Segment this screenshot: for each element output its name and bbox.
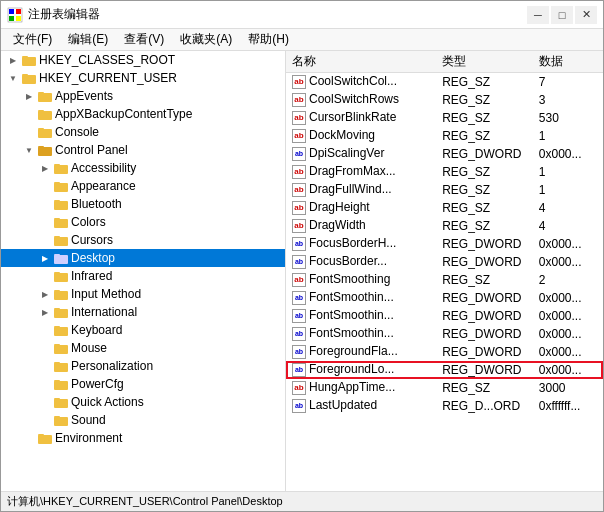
registry-values-pane[interactable]: 名称 类型 数据 abCoolSwitchCol... REG_SZ 7 abC… (286, 51, 603, 491)
cell-name: abDragWidth (286, 217, 436, 235)
cell-data: 4 (533, 199, 603, 217)
cell-type: REG_DWORD (436, 145, 533, 163)
menu-view[interactable]: 查看(V) (116, 29, 172, 50)
dword-icon: ab (292, 255, 306, 269)
cell-name: abFontSmoothin... (286, 325, 436, 343)
table-row[interactable]: abDragFullWind... REG_SZ 1 (286, 181, 603, 199)
tree-item-appevents[interactable]: ▶ AppEvents (1, 87, 285, 105)
tree-item-colors[interactable]: ▶ Colors (1, 213, 285, 231)
table-row[interactable]: abFontSmoothin... REG_DWORD 0x000... (286, 325, 603, 343)
tree-item-mouse[interactable]: ▶ Mouse (1, 339, 285, 357)
tree-label-inputmethod: Input Method (69, 287, 141, 301)
tree-item-hkcr[interactable]: ▶ HKEY_CLASSES_ROOT (1, 51, 285, 69)
ab-icon: ab (292, 93, 306, 107)
tree-item-sound[interactable]: ▶ Sound (1, 411, 285, 429)
table-row[interactable]: abCoolSwitchCol... REG_SZ 7 (286, 73, 603, 91)
svg-rect-12 (38, 110, 44, 112)
svg-rect-44 (54, 398, 60, 400)
tree-item-environment[interactable]: ▶ Environment (1, 429, 285, 447)
tree-item-appearance[interactable]: ▶ Appearance (1, 177, 285, 195)
cell-data: 0x000... (533, 145, 603, 163)
close-button[interactable]: ✕ (575, 6, 597, 24)
table-row[interactable]: abFontSmoothing REG_SZ 2 (286, 271, 603, 289)
tree-label-personalization: Personalization (69, 359, 153, 373)
svg-rect-41 (54, 381, 68, 390)
table-row[interactable]: abFontSmoothin... REG_DWORD 0x000... (286, 307, 603, 325)
col-header-data: 数据 (533, 51, 603, 73)
cell-type: REG_D...ORD (436, 397, 533, 415)
tree-item-desktop[interactable]: ▶ Desktop (1, 249, 285, 267)
cell-data: 2 (533, 271, 603, 289)
col-header-type: 类型 (436, 51, 533, 73)
tree-item-powercfg[interactable]: ▶ PowerCfg (1, 375, 285, 393)
cell-type: REG_SZ (436, 217, 533, 235)
folder-icon-bluetooth (53, 196, 69, 212)
cell-name: abFontSmoothing (286, 271, 436, 289)
cell-data: 3000 (533, 379, 603, 397)
svg-rect-7 (22, 75, 36, 84)
tree-item-appxbackup[interactable]: ▶ AppXBackupContentType (1, 105, 285, 123)
tree-label-quickactions: Quick Actions (69, 395, 144, 409)
table-row[interactable]: abCursorBlinkRate REG_SZ 530 (286, 109, 603, 127)
tree-item-quickactions[interactable]: ▶ Quick Actions (1, 393, 285, 411)
col-header-name: 名称 (286, 51, 436, 73)
folder-icon-appxbackup (37, 106, 53, 122)
tree-item-keyboard[interactable]: ▶ Keyboard (1, 321, 285, 339)
cell-data: 4 (533, 217, 603, 235)
tree-item-hkcu[interactable]: ▼ HKEY_CURRENT_USER (1, 69, 285, 87)
table-row[interactable]: abHungAppTime... REG_SZ 3000 (286, 379, 603, 397)
menu-file[interactable]: 文件(F) (5, 29, 60, 50)
tree-item-personalization[interactable]: ▶ Personalization (1, 357, 285, 375)
table-row[interactable]: abForegroundFla... REG_DWORD 0x000... (286, 343, 603, 361)
maximize-button[interactable]: □ (551, 6, 573, 24)
cell-data: 0x000... (533, 253, 603, 271)
expander-keyboard: ▶ (37, 322, 53, 338)
menu-favorites[interactable]: 收藏夹(A) (172, 29, 240, 50)
expander-personalization: ▶ (37, 358, 53, 374)
tree-item-infrared[interactable]: ▶ Infrared (1, 267, 285, 285)
expander-hkcu: ▼ (5, 70, 21, 86)
cell-name: abFontSmoothin... (286, 307, 436, 325)
cell-type: REG_SZ (436, 109, 533, 127)
table-row[interactable]: abFocusBorder... REG_DWORD 0x000... (286, 253, 603, 271)
tree-label-console: Console (53, 125, 99, 139)
expander-hkcr: ▶ (5, 52, 21, 68)
table-row[interactable]: abFontSmoothin... REG_DWORD 0x000... (286, 289, 603, 307)
tree-item-inputmethod[interactable]: ▶ Input Method (1, 285, 285, 303)
folder-icon-keyboard (53, 322, 69, 338)
table-row[interactable]: abLastUpdated REG_D...ORD 0xffffff... (286, 397, 603, 415)
cell-name: abLastUpdated (286, 397, 436, 415)
tree-item-international[interactable]: ▶ International (1, 303, 285, 321)
folder-icon-accessibility (53, 160, 69, 176)
folder-icon-environment (37, 430, 53, 446)
tree-label-controlpanel: Control Panel (53, 143, 128, 157)
dword-icon: ab (292, 237, 306, 251)
table-row[interactable]: abCoolSwitchRows REG_SZ 3 (286, 91, 603, 109)
tree-item-controlpanel[interactable]: ▼ Control Panel (1, 141, 285, 159)
tree-item-accessibility[interactable]: ▶ Accessibility (1, 159, 285, 177)
menu-edit[interactable]: 编辑(E) (60, 29, 116, 50)
table-row[interactable]: abForegroundLo... REG_DWORD 0x000... (286, 361, 603, 379)
tree-item-console[interactable]: ▶ Console (1, 123, 285, 141)
expander-appearance: ▶ (37, 178, 53, 194)
registry-tree[interactable]: ▶ HKEY_CLASSES_ROOT ▼ HKEY_CURRENT_USER … (1, 51, 286, 491)
tree-item-cursors[interactable]: ▶ Cursors (1, 231, 285, 249)
table-row[interactable]: abDragHeight REG_SZ 4 (286, 199, 603, 217)
expander-appevents: ▶ (21, 88, 37, 104)
table-row[interactable]: abDragWidth REG_SZ 4 (286, 217, 603, 235)
ab-icon: ab (292, 165, 306, 179)
cell-data: 0x000... (533, 307, 603, 325)
expander-international: ▶ (37, 304, 53, 320)
tree-item-bluetooth[interactable]: ▶ Bluetooth (1, 195, 285, 213)
tree-label-hkcr: HKEY_CLASSES_ROOT (37, 53, 175, 67)
menu-help[interactable]: 帮助(H) (240, 29, 297, 50)
table-row[interactable]: abDpiScalingVer REG_DWORD 0x000... (286, 145, 603, 163)
app-icon (7, 7, 23, 23)
minimize-button[interactable]: ─ (527, 6, 549, 24)
folder-icon-hkcu (21, 70, 37, 86)
table-row[interactable]: abFocusBorderH... REG_DWORD 0x000... (286, 235, 603, 253)
table-row[interactable]: abDockMoving REG_SZ 1 (286, 127, 603, 145)
cell-type: REG_DWORD (436, 289, 533, 307)
table-row[interactable]: abDragFromMax... REG_SZ 1 (286, 163, 603, 181)
ab-icon: ab (292, 219, 306, 233)
